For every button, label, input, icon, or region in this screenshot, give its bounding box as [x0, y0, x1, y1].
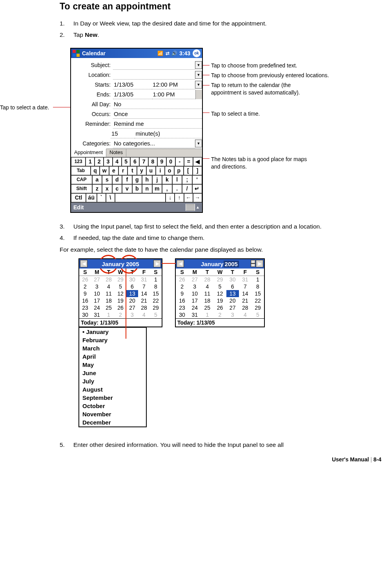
location-dropdown[interactable]: ▼	[195, 71, 202, 79]
reminder-unit-field[interactable]: minute(s)	[135, 129, 202, 138]
key[interactable]: 1	[86, 157, 95, 166]
calendar-grid-left[interactable]: SMTWTFS262728293031123456789101112131415…	[79, 269, 162, 318]
month-option[interactable]: May	[79, 361, 146, 369]
subject-dropdown[interactable]: ▼	[195, 61, 202, 69]
key[interactable]: k	[162, 175, 172, 184]
categories-field[interactable]: No categories...	[113, 139, 195, 148]
location-field[interactable]	[113, 71, 195, 80]
key[interactable]: ↑	[175, 193, 184, 202]
month-list-popup[interactable]: JanuaryFebruaryMarchAprilMayJuneJulyAugu…	[78, 327, 147, 427]
allday-field[interactable]: No	[113, 100, 202, 109]
key[interactable]: q	[91, 166, 100, 175]
key[interactable]: ↓	[166, 193, 175, 202]
key[interactable]: CAP	[71, 175, 92, 184]
key[interactable]: áü	[86, 193, 97, 202]
occurs-field[interactable]: Once	[113, 110, 202, 119]
ends-time-field[interactable]: 1:00 PM	[152, 90, 195, 99]
month-option[interactable]: April	[79, 352, 146, 361]
key[interactable]: Shift	[71, 184, 92, 193]
key[interactable]: x	[102, 184, 112, 193]
month-option[interactable]: October	[79, 402, 146, 410]
key[interactable]: l	[172, 175, 182, 184]
calendar-title-left[interactable]: January 2005	[102, 261, 139, 267]
next-month-button[interactable]: ▶	[153, 260, 161, 267]
key[interactable]	[115, 193, 166, 202]
reminder-number-field[interactable]: 15	[111, 129, 135, 138]
key[interactable]: 8	[148, 157, 157, 166]
today-link-right[interactable]: Today: 1/13/05	[176, 318, 264, 327]
keyboard-toggle-icon[interactable]	[186, 204, 195, 211]
tab-appointment[interactable]: Appointment	[71, 149, 106, 157]
key[interactable]: d	[112, 175, 122, 184]
month-option[interactable]: December	[79, 418, 146, 426]
reminder-field[interactable]: Remind me	[113, 120, 202, 129]
key[interactable]: Tab	[71, 166, 91, 175]
calendar-grid-right[interactable]: SMTWTFS262728293031123456789101112131415…	[176, 269, 264, 318]
key[interactable]: -	[175, 157, 184, 166]
key[interactable]: 7	[139, 157, 148, 166]
year-spinner[interactable]: ▲▼	[251, 260, 255, 267]
month-option[interactable]: June	[79, 369, 146, 377]
month-option[interactable]: August	[79, 385, 146, 394]
key[interactable]: z	[92, 184, 102, 193]
month-option[interactable]: March	[79, 344, 146, 352]
key[interactable]: w	[100, 166, 109, 175]
key[interactable]: `	[97, 193, 106, 202]
key[interactable]: 5	[122, 157, 131, 166]
key[interactable]: g	[132, 175, 142, 184]
prev-month-button[interactable]: ◀	[177, 260, 184, 267]
ends-date-field[interactable]: 1/13/05	[113, 90, 152, 99]
today-link-left[interactable]: Today: 1/13/05	[79, 318, 162, 327]
key[interactable]: ◀	[193, 157, 202, 166]
month-option[interactable]: November	[79, 410, 146, 418]
key[interactable]: r	[118, 166, 128, 175]
key[interactable]: ←	[184, 193, 193, 202]
month-option[interactable]: September	[79, 394, 146, 402]
next-month-button[interactable]: ▶	[256, 260, 263, 267]
key[interactable]: i	[156, 166, 165, 175]
key[interactable]: [	[184, 166, 193, 175]
key[interactable]: m	[152, 184, 162, 193]
key[interactable]: 4	[113, 157, 122, 166]
key[interactable]: 3	[104, 157, 113, 166]
key[interactable]: s	[102, 175, 112, 184]
edit-menu[interactable]: Edit	[73, 204, 84, 211]
soft-keyboard[interactable]: 1231234567890-=◀ Tabqwertyuiop[] CAPasdf…	[71, 157, 202, 202]
key[interactable]: p	[174, 166, 184, 175]
starts-time-field[interactable]: 12:00 PM	[152, 80, 195, 89]
key[interactable]: e	[109, 166, 118, 175]
key[interactable]: b	[132, 184, 142, 193]
key[interactable]: a	[92, 175, 102, 184]
key[interactable]: v	[122, 184, 132, 193]
key[interactable]: .	[172, 184, 182, 193]
key[interactable]: c	[112, 184, 122, 193]
key[interactable]: j	[152, 175, 162, 184]
starts-date-field[interactable]: 1/13/05	[113, 80, 152, 89]
up-icon[interactable]: ▲	[196, 205, 200, 209]
key[interactable]: t	[128, 166, 137, 175]
key[interactable]: '	[192, 175, 202, 184]
key[interactable]: ;	[182, 175, 192, 184]
key[interactable]: 0	[166, 157, 175, 166]
key[interactable]: \	[106, 193, 115, 202]
key[interactable]: 123	[71, 157, 86, 166]
key[interactable]: 9	[157, 157, 166, 166]
subject-field[interactable]	[113, 61, 195, 70]
key[interactable]: h	[142, 175, 152, 184]
key[interactable]: y	[137, 166, 146, 175]
key[interactable]: /	[182, 184, 192, 193]
key[interactable]: f	[122, 175, 132, 184]
month-option[interactable]: January	[79, 328, 146, 336]
tab-notes[interactable]: Notes	[106, 149, 126, 157]
key[interactable]: →	[193, 193, 202, 202]
scrollbar[interactable]	[195, 90, 202, 99]
calendar-title-right-year[interactable]: 2005	[224, 261, 239, 267]
key[interactable]: ,	[162, 184, 172, 193]
ok-button[interactable]: ok	[193, 49, 200, 57]
month-option[interactable]: July	[79, 377, 146, 385]
starts-dropdown[interactable]: ▼	[195, 81, 202, 89]
calendar-title-right-month[interactable]: January	[201, 261, 224, 267]
prev-month-button[interactable]: ◀	[80, 260, 87, 267]
key[interactable]: =	[184, 157, 193, 166]
key[interactable]: 2	[95, 157, 104, 166]
